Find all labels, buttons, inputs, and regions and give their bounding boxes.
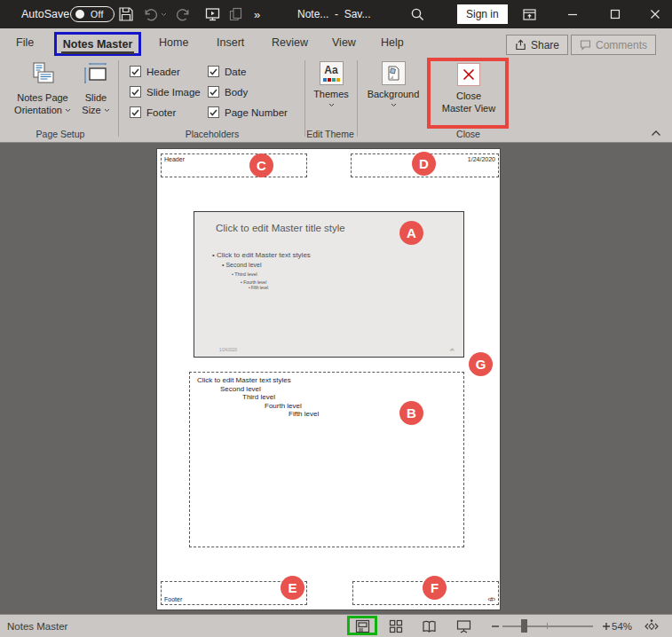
checkbox-date-label: Date — [225, 67, 246, 77]
group-divider — [304, 60, 305, 137]
start-slideshow-button[interactable] — [204, 0, 221, 28]
header-placeholder[interactable]: Header — [161, 153, 307, 177]
group-label-placeholders: Placeholders — [142, 129, 282, 139]
editing-canvas: Header 1/24/2020 Click to edit Master ti… — [0, 143, 672, 614]
comments-button[interactable]: Comments — [571, 35, 656, 55]
maximize-button[interactable] — [600, 0, 630, 28]
status-bar: Notes Master — [0, 614, 672, 637]
background-button[interactable]: Background — [362, 61, 424, 107]
minimize-button[interactable] — [557, 0, 588, 28]
sign-in-label: Sign in — [466, 8, 499, 20]
group-divider — [118, 60, 119, 137]
checked-checkbox-icon — [130, 86, 141, 98]
ribbon-display-options-button[interactable] — [522, 0, 537, 28]
orientation-label-line1: Notes Page — [17, 91, 67, 104]
document-title: Note... - Sav... — [297, 0, 370, 28]
tab-view[interactable]: View — [330, 28, 358, 57]
placeholders-column-2: Date Body Page Number — [208, 65, 288, 126]
redo-icon — [176, 7, 191, 22]
share-button[interactable]: Share — [506, 35, 568, 55]
themes-icon: Aa — [320, 61, 344, 85]
tab-notes-master[interactable]: Notes Master — [63, 35, 133, 53]
slide-footer-date: 1/24/2020 — [219, 348, 237, 352]
slide-image-placeholder[interactable]: Click to edit Master title style Click t… — [194, 211, 464, 358]
ribbon-tab-row: File Notes Master Home Insert Review Vie… — [0, 28, 672, 57]
autosave-toggle[interactable]: Off — [70, 0, 115, 28]
powerpoint-window: AutoSave Off — [0, 0, 672, 637]
fit-to-window-icon — [644, 619, 660, 633]
checkbox-header-label: Header — [146, 67, 180, 77]
title-bar: AutoSave Off — [0, 0, 672, 28]
chevron-up-icon — [651, 130, 661, 137]
collapse-ribbon-button[interactable] — [651, 130, 661, 137]
body-placeholder[interactable]: Click to edit Master text styles Second … — [189, 372, 464, 547]
checkbox-body[interactable]: Body — [208, 85, 288, 98]
tab-file[interactable]: File — [14, 28, 36, 57]
fit-to-window-button[interactable] — [641, 617, 662, 635]
tab-insert[interactable]: Insert — [215, 28, 246, 57]
normal-view-button[interactable] — [352, 617, 373, 635]
quick-access-overflow-button[interactable]: » — [254, 0, 260, 28]
redo-button[interactable] — [176, 0, 191, 28]
tab-review[interactable]: Review — [270, 28, 310, 57]
undo-dropdown[interactable] — [161, 0, 167, 28]
chevron-down-icon — [65, 108, 71, 113]
notes-page-orientation-button[interactable]: Notes Page Orientation — [11, 62, 75, 116]
annotation-box-notes-master-tab: Notes Master — [54, 32, 141, 56]
body-line-level4: Fourth level — [265, 402, 302, 410]
checkbox-page-number[interactable]: Page Number — [208, 106, 288, 119]
plus-icon — [602, 622, 611, 631]
undo-icon — [143, 7, 158, 22]
annotation-circle-c: C — [249, 153, 273, 177]
body-line-level1: Click to edit Master text styles — [197, 376, 291, 384]
notes-page-orientation-icon — [29, 62, 56, 87]
checkbox-footer[interactable]: Footer — [130, 106, 201, 119]
themes-label: Themes — [313, 88, 349, 100]
checked-checkbox-icon — [130, 106, 141, 118]
slideshow-view-button[interactable] — [453, 617, 474, 635]
slide-title-text: Click to edit Master title style — [216, 223, 345, 233]
tab-help[interactable]: Help — [379, 28, 406, 57]
checkbox-footer-label: Footer — [146, 107, 176, 118]
group-label-close: Close — [428, 129, 509, 139]
slide-size-button[interactable]: Slide Size — [75, 62, 117, 116]
slide-sorter-icon — [389, 619, 403, 633]
slide-sorter-view-button[interactable] — [385, 617, 407, 635]
chevron-down-icon — [391, 103, 397, 107]
close-window-button[interactable] — [640, 0, 670, 28]
themes-button[interactable]: Aa Themes — [309, 61, 353, 107]
checkbox-date[interactable]: Date — [208, 65, 288, 78]
checkbox-slide-image[interactable]: Slide Image — [130, 85, 201, 98]
placeholders-column-1: Header Slide Image Footer — [130, 65, 201, 126]
slide-size-label-line1: Slide — [85, 91, 107, 104]
minus-icon — [491, 622, 500, 631]
zoom-level[interactable]: 54% — [612, 615, 632, 637]
sign-in-button[interactable]: Sign in — [457, 4, 508, 24]
checkbox-header[interactable]: Header — [130, 65, 201, 78]
save-button[interactable] — [118, 0, 134, 28]
annotation-circle-e: E — [281, 576, 304, 600]
copy-button[interactable] — [228, 0, 243, 28]
zoom-slider-track[interactable] — [502, 625, 593, 627]
comments-label: Comments — [596, 39, 647, 51]
zoom-slider-midpoint — [547, 623, 548, 629]
zoom-slider-thumb[interactable] — [521, 619, 527, 633]
undo-button[interactable] — [143, 0, 158, 28]
slide-footer-number: ‹#› — [450, 348, 455, 352]
tab-home[interactable]: Home — [157, 28, 190, 57]
search-button[interactable] — [410, 0, 425, 28]
minimize-icon — [567, 9, 578, 20]
slide-bullet-level3: Third level — [232, 271, 257, 277]
checked-checkbox-icon — [208, 66, 219, 77]
close-icon — [650, 9, 660, 20]
annotation-circle-f: F — [423, 576, 447, 600]
ribbon-display-options-icon — [522, 7, 537, 22]
slide-size-label-line2: Size — [82, 104, 100, 116]
reading-view-button[interactable] — [418, 617, 439, 635]
autosave-state: Off — [91, 9, 104, 20]
chevron-down-icon — [104, 108, 110, 113]
annotation-circle-b: B — [399, 401, 423, 425]
background-label: Background — [368, 88, 420, 100]
checkbox-page-number-label: Page Number — [225, 107, 288, 118]
comments-icon — [580, 39, 591, 51]
